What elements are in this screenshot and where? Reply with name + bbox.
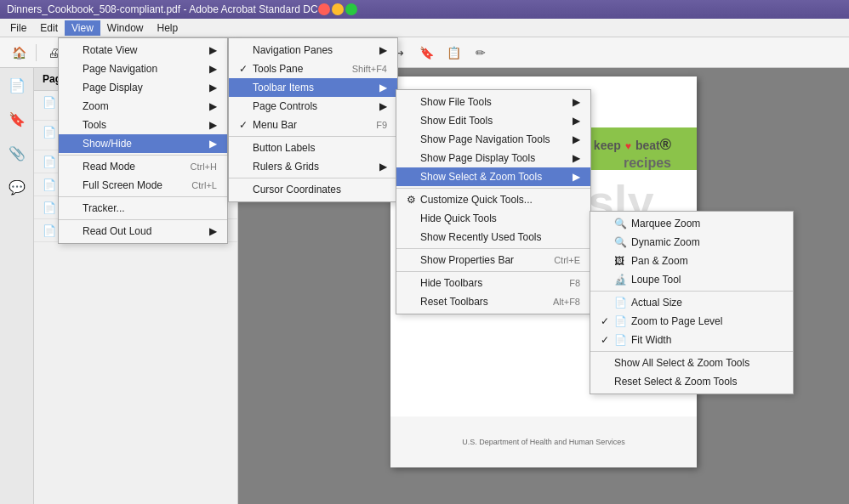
- menu-show-all-select-zoom[interactable]: Show All Select & Zoom Tools: [590, 354, 793, 372]
- icon-zoom-page: 📄: [614, 315, 631, 327]
- menu-menu-bar[interactable]: ✓ Menu Bar F9: [229, 116, 397, 134]
- shortcut-reset-toolbars: Alt+F8: [553, 297, 580, 307]
- menu-page-navigation[interactable]: Page Navigation ▶: [59, 59, 227, 78]
- view-menu-dropdown: Rotate View ▶ Page Navigation ▶ Page Dis…: [58, 37, 228, 244]
- label-pan-zoom: Pan & Zoom: [631, 255, 688, 267]
- menu-tracker[interactable]: Tracker...: [59, 199, 227, 218]
- label-show-hide: Show/Hide: [83, 138, 132, 150]
- sidebar-icon-5: 📄: [43, 201, 56, 214]
- menu-tools-pane[interactable]: ✓ Tools Pane Shift+F4: [229, 59, 397, 78]
- left-panel-attachments[interactable]: 📎: [3, 139, 31, 167]
- maximize-button[interactable]: [345, 3, 357, 15]
- menu-rotate-view[interactable]: Rotate View ▶: [59, 41, 227, 59]
- menu-show-select-zoom-tools[interactable]: Show Select & Zoom Tools ▶: [396, 167, 590, 186]
- label-show-file-tools: Show File Tools: [420, 96, 492, 108]
- arrow-edit-tools: ▶: [573, 115, 580, 127]
- icon-dynamic-zoom: 🔍: [614, 236, 631, 248]
- menu-loupe-tool[interactable]: 🔬 Loupe Tool: [590, 270, 793, 289]
- menu-dynamic-zoom[interactable]: 🔍 Dynamic Zoom: [590, 233, 793, 252]
- menu-show-file-tools[interactable]: Show File Tools ▶: [396, 93, 590, 111]
- menu-hide-quick-tools[interactable]: Hide Quick Tools: [396, 209, 590, 228]
- menu-cursor-coords[interactable]: Cursor Coordinates: [229, 180, 397, 199]
- menu-pan-zoom[interactable]: 🖼 Pan & Zoom: [590, 252, 793, 270]
- menu-show-recent-tools[interactable]: Show Recently Used Tools: [396, 228, 590, 246]
- label-show-all-select-zoom: Show All Select & Zoom Tools: [614, 357, 749, 369]
- menu-show-properties-bar[interactable]: Show Properties Bar Ctrl+E: [396, 251, 590, 269]
- menu-button-labels[interactable]: Button Labels: [229, 139, 397, 157]
- label-read-out-loud: Read Out Loud: [83, 225, 151, 237]
- toolbar-stamp[interactable]: 🔖: [414, 41, 438, 65]
- menu-rulers-grids[interactable]: Rulers & Grids ▶: [229, 157, 397, 176]
- arrow-tools: ▶: [209, 119, 217, 131]
- arrow-page-display: ▶: [209, 82, 217, 93]
- menu-actual-size[interactable]: 📄 Actual Size: [590, 293, 793, 312]
- label-zoom: Zoom: [83, 100, 109, 112]
- arrow-toolbar-items: ▶: [379, 82, 387, 93]
- left-panel-comments[interactable]: 💬: [3, 173, 31, 201]
- label-show-select-zoom-tools: Show Select & Zoom Tools: [420, 171, 542, 183]
- menu-marquee-zoom[interactable]: 🔍 Marquee Zoom: [590, 214, 793, 233]
- shortcut-tools-pane: Shift+F4: [352, 64, 387, 74]
- menu-show-page-nav-tools[interactable]: Show Page Navigation Tools ▶: [396, 130, 590, 149]
- menu-view[interactable]: View: [65, 20, 100, 36]
- toolbar-sign[interactable]: ✏: [469, 41, 493, 65]
- check-menu-bar: ✓: [239, 119, 253, 131]
- label-marquee-zoom: Marquee Zoom: [631, 218, 700, 229]
- close-button[interactable]: [318, 3, 330, 15]
- menu-help[interactable]: Help: [151, 20, 185, 36]
- menu-read-mode[interactable]: Read Mode Ctrl+H: [59, 157, 227, 176]
- menu-show-edit-tools[interactable]: Show Edit Tools ▶: [396, 111, 590, 130]
- menu-fit-width[interactable]: ✓ 📄 Fit Width: [590, 331, 793, 349]
- menu-file[interactable]: File: [3, 20, 33, 36]
- label-tools-pane: Tools Pane: [253, 63, 303, 75]
- menu-edit[interactable]: Edit: [33, 20, 65, 36]
- icon-pan-zoom: 🖼: [614, 255, 631, 267]
- menu-reset-toolbars[interactable]: Reset Toolbars Alt+F8: [396, 292, 590, 311]
- menu-toolbar-items[interactable]: Toolbar Items ▶: [229, 78, 397, 97]
- menu-page-display[interactable]: Page Display ▶: [59, 78, 227, 97]
- menu-sep-1: [59, 155, 227, 156]
- arrow-rulers-grids: ▶: [379, 161, 387, 173]
- label-show-page-display-tools: Show Page Display Tools: [420, 152, 535, 164]
- left-panel-pages[interactable]: 📄: [3, 71, 31, 99]
- toolbar-home[interactable]: 🏠: [7, 41, 31, 65]
- left-panel-bookmarks[interactable]: 🔖: [3, 105, 31, 133]
- minimize-button[interactable]: [332, 3, 344, 15]
- check-fit-width: ✓: [601, 334, 614, 346]
- arrow-rotate: ▶: [209, 44, 217, 56]
- the-text: ♥: [625, 140, 631, 152]
- arrow-file-tools: ▶: [573, 96, 580, 108]
- zoom-sep-1: [590, 291, 793, 292]
- toolbar-note[interactable]: 📋: [442, 41, 465, 65]
- label-page-controls: Page Controls: [253, 100, 317, 112]
- arrow-nav-panes: ▶: [379, 44, 387, 56]
- menu-tools[interactable]: Tools ▶: [59, 116, 227, 134]
- menu-sep-2: [59, 196, 227, 197]
- menu-zoom-page-level[interactable]: ✓ 📄 Zoom to Page Level: [590, 312, 793, 331]
- menu-fullscreen[interactable]: Full Screen Mode Ctrl+L: [59, 176, 227, 195]
- menu-customize-quick-tools[interactable]: ⚙ Customize Quick Tools...: [396, 190, 590, 209]
- toolbar-items-sep-2: [396, 248, 590, 249]
- menu-hide-toolbars[interactable]: Hide Toolbars F8: [396, 274, 590, 292]
- toolbar-items-sep-1: [396, 188, 590, 189]
- menu-window[interactable]: Window: [100, 20, 151, 36]
- show-hide-dropdown: Navigation Panes ▶ ✓ Tools Pane Shift+F4…: [228, 37, 398, 202]
- toolbar-sep-1: [36, 44, 37, 61]
- menu-zoom[interactable]: Zoom ▶: [59, 97, 227, 116]
- label-show-properties-bar: Show Properties Bar: [420, 254, 514, 266]
- label-fullscreen: Full Screen Mode: [83, 179, 162, 191]
- menu-reset-select-zoom[interactable]: Reset Select & Zoom Tools: [590, 372, 793, 391]
- arrow-read-loud: ▶: [209, 225, 217, 237]
- pdf-footer: U.S. Department of Health and Human Serv…: [459, 434, 629, 450]
- menu-show-page-display-tools[interactable]: Show Page Display Tools ▶: [396, 149, 590, 167]
- sidebar-icon-4: 📄: [43, 178, 56, 191]
- menu-show-hide[interactable]: Show/Hide ▶: [59, 134, 227, 153]
- arrow-show-hide: ▶: [209, 138, 217, 150]
- menu-read-out-loud[interactable]: Read Out Loud ▶: [59, 222, 227, 241]
- menu-nav-panes[interactable]: Navigation Panes ▶: [229, 41, 397, 59]
- sidebar-icon-1: 📄: [43, 96, 56, 109]
- select-zoom-dropdown: 🔍 Marquee Zoom 🔍 Dynamic Zoom 🖼 Pan & Zo…: [590, 211, 794, 394]
- left-panel: 📄 🔖 📎 💬: [0, 68, 34, 504]
- label-show-recently-used: Show Recently Used Tools: [420, 231, 542, 243]
- menu-page-controls[interactable]: Page Controls ▶: [229, 97, 397, 116]
